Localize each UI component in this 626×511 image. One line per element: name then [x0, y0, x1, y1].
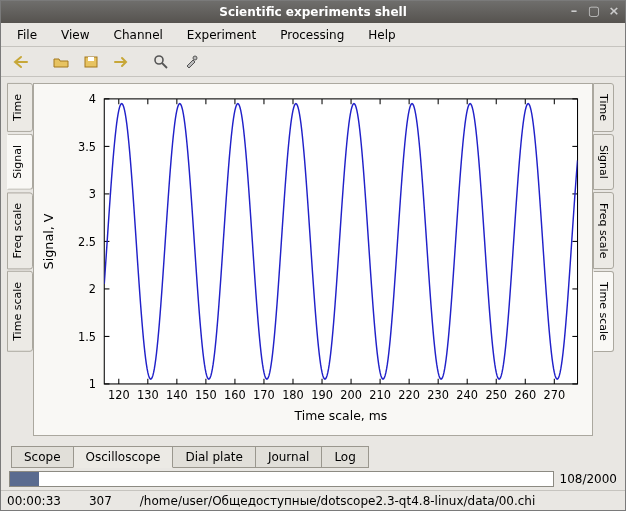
menu-processing[interactable]: Processing	[270, 26, 354, 44]
svg-line-3	[162, 63, 167, 68]
svg-text:150: 150	[195, 388, 217, 402]
svg-text:230: 230	[427, 388, 449, 402]
window-close-icon[interactable]: ×	[607, 3, 621, 18]
svg-text:220: 220	[398, 388, 420, 402]
work-area: Time Signal Freq scale Time scale 11.522…	[1, 77, 625, 442]
progress-text: 108/2000	[560, 472, 618, 486]
right-tab-signal[interactable]: Signal	[593, 134, 614, 190]
menubar: File View Channel Experiment Processing …	[1, 23, 625, 47]
tab-oscilloscope[interactable]: Oscilloscope	[73, 446, 174, 468]
bottom-tab-strip: Scope Oscilloscope Dial plate Journal Lo…	[1, 442, 625, 468]
plot-frame: 11.522.533.54120130140150160170180190200…	[33, 83, 593, 436]
menu-channel[interactable]: Channel	[104, 26, 173, 44]
svg-text:120: 120	[108, 388, 130, 402]
svg-point-2	[155, 56, 163, 64]
tab-journal[interactable]: Journal	[255, 446, 323, 468]
svg-text:250: 250	[485, 388, 507, 402]
window-minimize-icon[interactable]: –	[567, 3, 581, 18]
status-bar: 00:00:33 307 /home/user/Общедоступные/do…	[1, 490, 625, 510]
window-maximize-icon[interactable]: ▢	[587, 3, 601, 18]
svg-text:2: 2	[89, 282, 96, 296]
svg-text:200: 200	[340, 388, 362, 402]
tool-button[interactable]	[177, 50, 205, 74]
tab-log[interactable]: Log	[321, 446, 368, 468]
right-tab-time-scale[interactable]: Time scale	[593, 271, 614, 352]
left-tab-freq-scale[interactable]: Freq scale	[7, 192, 33, 269]
window-title: Scientific experiments shell	[219, 5, 407, 19]
tab-scope[interactable]: Scope	[11, 446, 74, 468]
menu-experiment[interactable]: Experiment	[177, 26, 266, 44]
left-tab-time-scale[interactable]: Time scale	[7, 271, 33, 352]
svg-text:1.5: 1.5	[78, 330, 96, 344]
svg-text:2.5: 2.5	[78, 235, 96, 249]
progress-row: 108/2000	[1, 468, 625, 490]
progress-bar	[9, 471, 554, 487]
svg-text:Time scale, ms: Time scale, ms	[294, 408, 388, 423]
menu-help[interactable]: Help	[358, 26, 405, 44]
status-count: 307	[89, 494, 112, 508]
left-tab-signal[interactable]: Signal	[7, 134, 33, 190]
svg-text:1: 1	[89, 377, 96, 391]
svg-text:210: 210	[369, 388, 391, 402]
zoom-button[interactable]	[147, 50, 175, 74]
svg-text:Signal, V: Signal, V	[41, 213, 56, 269]
svg-text:140: 140	[166, 388, 188, 402]
svg-text:190: 190	[311, 388, 333, 402]
menu-view[interactable]: View	[51, 26, 99, 44]
svg-text:130: 130	[137, 388, 159, 402]
svg-text:240: 240	[456, 388, 478, 402]
signal-chart[interactable]: 11.522.533.54120130140150160170180190200…	[34, 84, 592, 435]
svg-text:3.5: 3.5	[78, 139, 96, 153]
right-tab-freq-scale[interactable]: Freq scale	[593, 192, 614, 269]
svg-text:270: 270	[543, 388, 565, 402]
svg-text:170: 170	[253, 388, 275, 402]
export-button[interactable]	[107, 50, 135, 74]
menu-file[interactable]: File	[7, 26, 47, 44]
status-path: /home/user/Общедоступные/dotscope2.3-qt4…	[140, 494, 536, 508]
tab-dial-plate[interactable]: Dial plate	[172, 446, 255, 468]
toolbar	[1, 47, 625, 77]
svg-rect-1	[88, 57, 94, 61]
left-tab-strip: Time Signal Freq scale Time scale	[7, 83, 33, 436]
left-tab-time[interactable]: Time	[7, 83, 33, 132]
right-tab-strip: Time Signal Freq scale Time scale	[593, 83, 619, 436]
progress-fill	[10, 472, 39, 486]
save-button[interactable]	[77, 50, 105, 74]
svg-point-4	[193, 56, 197, 60]
back-button[interactable]	[7, 50, 35, 74]
svg-text:260: 260	[514, 388, 536, 402]
svg-text:4: 4	[89, 92, 96, 106]
status-time: 00:00:33	[7, 494, 61, 508]
svg-text:180: 180	[282, 388, 304, 402]
open-folder-button[interactable]	[47, 50, 75, 74]
svg-text:160: 160	[224, 388, 246, 402]
window-titlebar: Scientific experiments shell – ▢ ×	[1, 1, 625, 23]
right-tab-time[interactable]: Time	[593, 83, 614, 132]
svg-text:3: 3	[89, 187, 96, 201]
